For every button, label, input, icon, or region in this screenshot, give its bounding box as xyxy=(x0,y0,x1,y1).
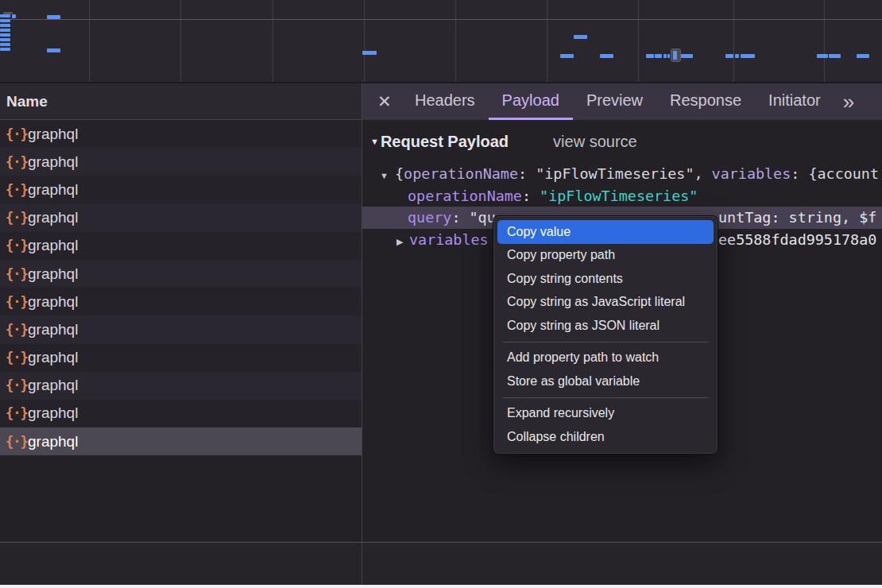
timeline-gridline xyxy=(547,0,547,82)
menu-item-copy-value[interactable]: Copy value xyxy=(497,220,714,244)
menu-item-collapse-children[interactable]: Collapse children xyxy=(493,425,718,449)
json-braces-icon: {·} xyxy=(6,182,28,198)
timeline-request-bar xyxy=(0,29,10,32)
json-braces-icon: {·} xyxy=(6,434,28,450)
request-row-graphql[interactable]: {·}graphql xyxy=(0,427,362,455)
request-name-label: graphql xyxy=(28,349,78,366)
timeline-request-bar xyxy=(857,54,869,58)
request-row-graphql[interactable]: {·}graphql xyxy=(0,344,362,372)
timeline-request-bar xyxy=(600,54,613,58)
json-braces-icon: {·} xyxy=(6,294,28,310)
menu-separator xyxy=(503,342,708,342)
request-row-graphql[interactable]: {·}graphql xyxy=(0,148,362,176)
tree-text-segment: : "ipFlowTimeseries", xyxy=(518,165,712,182)
request-payload-section-header: ▼ Request Payload view source xyxy=(362,130,882,153)
timeline-request-bar xyxy=(362,51,377,55)
menu-item-copy-string-as-javascript-literal[interactable]: Copy string as JavaScript literal xyxy=(493,291,718,315)
tree-text-right-fragment: untTag: string, $f xyxy=(718,207,876,229)
json-braces-icon: {·} xyxy=(6,350,28,366)
request-row-graphql[interactable]: {·}graphql xyxy=(0,288,362,315)
timeline-request-bar xyxy=(0,48,10,51)
timeline-gridline xyxy=(824,0,825,82)
tree-text-segment: operationName xyxy=(404,165,518,182)
payload-tree-row[interactable]: ▼{operationName: "ipFlowTimeseries", var… xyxy=(362,163,882,185)
collapsed-arrow-icon[interactable]: ▶ xyxy=(397,231,409,251)
tab-headers[interactable]: Headers xyxy=(401,83,489,120)
tree-text-segment: "ipFlowTimeseries" xyxy=(540,188,698,204)
tab-response[interactable]: Response xyxy=(656,83,755,120)
request-name-label: graphql xyxy=(28,265,78,283)
json-braces-icon: {·} xyxy=(6,405,28,421)
request-row-graphql[interactable]: {·}graphql xyxy=(0,204,362,232)
request-row-graphql[interactable]: {·}graphql xyxy=(0,232,362,260)
timeline-request-bar xyxy=(47,15,60,19)
timeline-row-divider xyxy=(0,19,882,20)
tab-preview[interactable]: Preview xyxy=(573,83,656,120)
tree-text-segment: { xyxy=(395,165,404,182)
request-row-graphql[interactable]: {·}graphql xyxy=(0,260,362,288)
footer-area xyxy=(0,543,882,585)
request-payload-title: Request Payload xyxy=(381,133,509,151)
json-braces-icon: {·} xyxy=(6,210,28,226)
json-braces-icon: {·} xyxy=(6,154,28,170)
tree-text-segment: variables xyxy=(712,165,791,182)
timeline-gridline xyxy=(364,0,365,82)
tree-text-right-fragment: ee5588fdad995178a0 xyxy=(718,229,876,251)
timeline-request-bar xyxy=(681,54,693,58)
json-braces-icon: {·} xyxy=(6,377,28,393)
request-name-label: graphql xyxy=(28,433,78,451)
timeline-request-bar xyxy=(574,35,587,39)
panel-divider xyxy=(362,543,362,585)
menu-item-copy-string-as-json-literal[interactable]: Copy string as JSON literal xyxy=(493,314,718,338)
menu-item-add-property-path-to-watch[interactable]: Add property path to watch xyxy=(493,346,718,370)
close-icon[interactable]: ✕ xyxy=(377,92,395,111)
menu-item-copy-property-path[interactable]: Copy property path xyxy=(493,244,718,268)
request-row-graphql[interactable]: {·}graphql xyxy=(0,400,362,427)
more-tabs-icon[interactable]: » xyxy=(843,91,854,112)
timeline-request-bar xyxy=(12,14,16,18)
request-name-label: graphql xyxy=(28,181,78,199)
request-list-panel: Name {·}graphql{·}graphql{·}graphql{·}gr… xyxy=(0,83,362,585)
timeline-request-bar xyxy=(741,54,755,58)
timeline-request-bar xyxy=(646,54,654,58)
request-name-label: graphql xyxy=(28,321,78,338)
timeline-request-bar xyxy=(0,14,10,17)
tree-text-segment: operationName xyxy=(408,188,522,204)
menu-item-copy-string-contents[interactable]: Copy string contents xyxy=(493,267,718,291)
timeline-request-bar xyxy=(0,43,10,46)
context-menu: Copy valueCopy property pathCopy string … xyxy=(493,215,718,455)
expanded-arrow-icon[interactable]: ▼ xyxy=(380,165,395,185)
request-name-label: graphql xyxy=(28,377,78,394)
timeline-request-bar xyxy=(560,54,574,58)
timeline-request-bar xyxy=(0,24,10,27)
tab-initiator[interactable]: Initiator xyxy=(755,83,834,120)
tree-text-segment: : {account xyxy=(791,165,879,182)
timeline-selected-marker xyxy=(671,48,681,62)
menu-item-store-as-global-variable[interactable]: Store as global variable xyxy=(493,369,718,393)
network-overview-timeline[interactable] xyxy=(0,0,882,83)
request-name-label: graphql xyxy=(28,293,78,311)
details-tabs: HeadersPayloadPreviewResponseInitiator xyxy=(401,83,834,120)
timeline-gridline xyxy=(89,0,90,82)
tab-payload[interactable]: Payload xyxy=(489,83,573,120)
name-column-header[interactable]: Name xyxy=(0,83,362,120)
name-column-label: Name xyxy=(6,93,48,110)
request-row-graphql[interactable]: {·}graphql xyxy=(0,176,362,203)
request-row-graphql[interactable]: {·}graphql xyxy=(0,372,362,400)
timeline-request-bar xyxy=(725,54,733,58)
request-name-label: graphql xyxy=(28,237,78,254)
request-row-graphql[interactable]: {·}graphql xyxy=(0,315,362,343)
timeline-request-bar xyxy=(663,54,667,58)
request-rows: {·}graphql{·}graphql{·}graphql{·}graphql… xyxy=(0,120,362,455)
request-row-graphql[interactable]: {·}graphql xyxy=(0,120,362,148)
timeline-request-bar xyxy=(829,54,841,58)
request-payload-disclosure-icon[interactable]: ▼ xyxy=(370,137,379,146)
menu-item-expand-recursively[interactable]: Expand recursively xyxy=(493,402,718,426)
view-source-link[interactable]: view source xyxy=(553,133,637,151)
json-braces-icon: {·} xyxy=(6,126,28,142)
devtools-network-panel: Name {·}graphql{·}graphql{·}graphql{·}gr… xyxy=(0,0,882,588)
timeline-request-bar xyxy=(0,19,10,22)
payload-tree-row[interactable]: operationName: "ipFlowTimeseries" xyxy=(362,185,882,207)
timeline-request-bar xyxy=(817,54,828,58)
timeline-request-bar xyxy=(47,48,60,52)
